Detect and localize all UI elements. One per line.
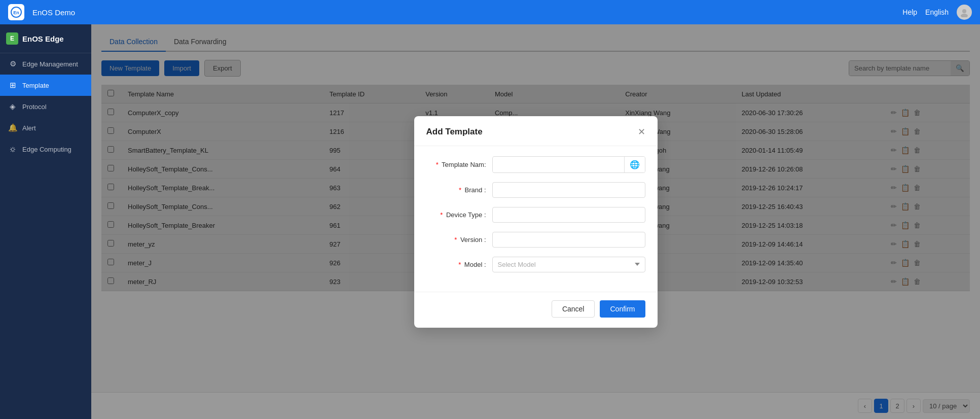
sidebar-item-alert[interactable]: 🔔 Alert [0,117,91,138]
lang-selector[interactable]: English [925,8,949,16]
edge-management-icon: ⚙ [8,59,17,68]
version-row: * Version : [426,232,645,248]
modal-close-button[interactable]: ✕ [638,126,645,137]
sidebar-item-template[interactable]: ⊞ Template [0,75,91,96]
version-input[interactable] [492,232,645,248]
sidebar-item-edge-computing[interactable]: ⛭ Edge Computing [0,138,91,160]
required-star-5: * [458,261,461,268]
model-label: * Model : [426,261,492,268]
globe-icon[interactable]: 🌐 [624,157,645,172]
required-star-1: * [436,161,439,168]
device-type-label: * Device Type : [426,211,492,219]
sidebar-item-label: Edge Computing [22,146,71,153]
template-name-row: * Template Nam: 🌐 [426,156,645,173]
version-label: * Version : [426,236,492,243]
svg-point-3 [961,14,968,17]
sidebar-item-label: Alert [22,124,36,132]
sidebar-item-label: Edge Management [22,60,78,68]
device-type-input[interactable] [492,207,645,223]
sidebar-item-label: Protocol [22,103,47,111]
modal-overlay: Add Template ✕ * Template Nam: 🌐 [91,24,980,419]
protocol-icon: ◈ [8,102,17,111]
sidebar-brand-icon: E [6,32,18,45]
required-star-3: * [440,211,443,219]
sidebar-item-label: Template [22,82,49,89]
svg-point-2 [962,9,966,13]
user-avatar[interactable] [957,5,972,20]
header-actions: Help English [902,5,972,20]
brand-input[interactable] [492,182,645,198]
top-header: En EnOS Demo Help English [0,0,980,24]
brand-label: * Brand : [426,186,492,194]
add-template-modal: Add Template ✕ * Template Nam: 🌐 [414,116,658,328]
template-name-input[interactable] [493,157,624,172]
content-area: Data Collection Data Forwarding New Temp… [91,24,980,419]
svg-text:En: En [13,10,19,15]
model-select[interactable]: Select Model [492,257,645,272]
sidebar-brand: E EnOS Edge [0,24,91,53]
help-link[interactable]: Help [902,8,917,16]
model-row: * Model : Select Model [426,257,645,272]
brand-row: * Brand : [426,182,645,198]
cancel-button[interactable]: Cancel [552,300,595,318]
header-app-name: EnOS Demo [32,8,75,17]
template-icon: ⊞ [8,81,17,90]
modal-footer: Cancel Confirm [414,292,658,328]
required-star-4: * [454,236,457,243]
header-logo: En EnOS Demo [8,4,75,20]
modal-header: Add Template ✕ [414,116,658,146]
sidebar-item-edge-management[interactable]: ⚙ Edge Management [0,53,91,75]
device-type-row: * Device Type : [426,207,645,223]
sidebar-brand-label: EnOS Edge [22,34,64,43]
edge-computing-icon: ⛭ [8,145,17,154]
modal-body: * Template Nam: 🌐 * Brand : [414,146,658,292]
template-name-input-wrapper: 🌐 [492,156,645,173]
sidebar: E EnOS Edge ⚙ Edge Management ⊞ Template… [0,24,91,419]
modal-title: Add Template [426,127,483,137]
template-name-label: * Template Nam: [426,161,492,168]
required-star-2: * [459,186,461,194]
alert-icon: 🔔 [8,123,17,132]
confirm-button[interactable]: Confirm [600,300,645,318]
enos-logo-icon: En [8,4,24,20]
sidebar-item-protocol[interactable]: ◈ Protocol [0,96,91,117]
